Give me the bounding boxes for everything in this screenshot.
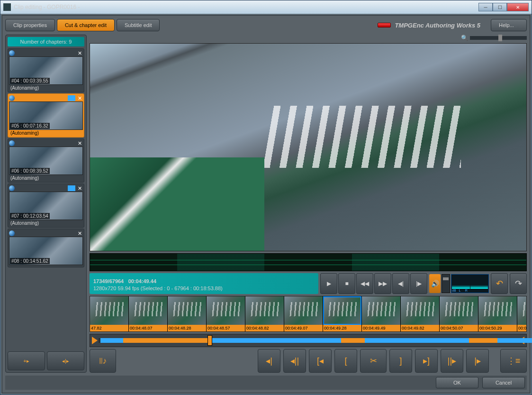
frame-thumbnail: [245, 296, 284, 325]
edit-toolbar: ⫴♪ ◂| ◂|| [◂ [ ✂ ] ▸] ||▸ |▸ ⋮≡: [90, 349, 527, 373]
play-button[interactable]: ▶: [320, 273, 337, 294]
filmstrip-frame[interactable]: 00:04:48.28: [168, 296, 207, 331]
frame-thumbnail: [440, 296, 478, 325]
zoom-control: 🔍: [90, 35, 527, 41]
set-in-button[interactable]: [◂: [309, 349, 332, 373]
next-frame-button[interactable]: ||▸: [441, 349, 463, 373]
filmstrip-frame[interactable]: 00:04:49.82: [401, 296, 440, 331]
chapter-item[interactable]: ✕#04 : 00:03:39.55(Autonaming): [8, 48, 84, 92]
dialog-buttons: OK Cancel: [5, 376, 527, 390]
mark-out-button[interactable]: ]: [389, 349, 412, 373]
volume-slider[interactable]: [442, 274, 450, 293]
chapter-close-icon[interactable]: ✕: [76, 230, 83, 237]
frame-thumbnail: [401, 296, 439, 325]
close-button[interactable]: ✕: [507, 3, 529, 11]
tab-clip-properties[interactable]: Clip properties: [5, 19, 55, 31]
chapter-item[interactable]: ✕#08 : 00:14:51.62: [8, 229, 84, 267]
ok-button[interactable]: OK: [436, 377, 478, 388]
chapter-item[interactable]: ✕#07 : 00:12:03.54(Autonaming): [8, 184, 84, 228]
frame-timecode: 47.82: [90, 325, 128, 331]
frame-thumbnail: [129, 296, 167, 325]
filmstrip-frame[interactable]: 47.82: [90, 296, 129, 331]
mark-in-button[interactable]: [: [334, 349, 357, 373]
tab-subtitle-edit[interactable]: Subtitle edit: [117, 19, 160, 31]
frame-counter: 17349/67964: [93, 278, 124, 284]
filmstrip-frame[interactable]: 00:04:48.57: [207, 296, 245, 331]
prev-frame-button[interactable]: ◂||: [283, 349, 306, 373]
chapter-label: (Autonaming): [9, 85, 83, 91]
frame-thumbnail: [284, 296, 323, 325]
frame-timecode: 00:04:48.57: [207, 325, 245, 331]
speaker-icon[interactable]: 🔊: [429, 274, 441, 293]
next-marker-button[interactable]: |▸: [466, 349, 489, 373]
maximize-button[interactable]: ☐: [493, 3, 507, 11]
filmstrip-frame[interactable]: 00:04:49.49: [362, 296, 401, 331]
video-preview[interactable]: [90, 43, 527, 251]
chapter-tag-icon: [68, 95, 75, 101]
zoom-slider[interactable]: [470, 36, 527, 40]
frame-timecode: 00:04:49.49: [362, 325, 400, 331]
chapter-thumbnail: #06 : 00:08:39.52: [9, 147, 83, 175]
cancel-button[interactable]: Cancel: [482, 377, 525, 388]
step-back-button[interactable]: ◀|: [392, 273, 409, 294]
add-chapter-button[interactable]: +▸: [8, 351, 45, 370]
tab-cut-chapter-edit[interactable]: Cut & chapter edit: [57, 19, 115, 31]
window-title: Clip editing - GOPR0016 -: [14, 4, 478, 10]
split-chapter-button[interactable]: ◂|▸: [47, 351, 84, 370]
frame-timecode: 00:04:50.57: [517, 325, 527, 331]
filmstrip-frame[interactable]: 00:04:48.07: [129, 296, 168, 331]
frame-thumbnail: [168, 296, 206, 325]
in-point-handle[interactable]: [92, 337, 98, 344]
playhead[interactable]: [207, 335, 212, 346]
minimize-button[interactable]: ─: [478, 3, 493, 11]
chapter-ball-icon: [9, 185, 15, 191]
chapter-count-header: Number of chapters: 9: [8, 37, 84, 46]
help-button[interactable]: Help...: [491, 19, 527, 31]
audio-waveform[interactable]: [90, 253, 527, 271]
set-out-button[interactable]: ▸]: [415, 349, 438, 373]
step-forward-button[interactable]: |▶: [410, 273, 427, 294]
filmstrip-frame[interactable]: 00:04:50.57: [517, 296, 527, 331]
audio-meters: dB L R: [451, 274, 489, 293]
chapter-tag-icon: [68, 185, 75, 191]
titlebar[interactable]: Clip editing - GOPR0016 - ─ ☐ ✕: [0, 0, 532, 14]
timecode-value: 00:04:49.44: [128, 278, 156, 284]
chapter-label: (Autonaming): [9, 220, 83, 226]
frame-timecode: 00:04:49.07: [284, 325, 323, 331]
timeline-scrubber[interactable]: [90, 334, 527, 347]
chapter-list[interactable]: ✕#04 : 00:03:39.55(Autonaming)✕#05 : 00:…: [8, 48, 84, 349]
filmstrip-frame[interactable]: 00:04:50.29: [478, 296, 517, 331]
filmstrip-frame[interactable]: 00:04:48.82: [245, 296, 284, 331]
chapter-close-icon[interactable]: ✕: [76, 50, 83, 56]
chapter-ball-icon: [9, 50, 15, 56]
cut-button[interactable]: ✂: [360, 349, 387, 373]
undo-button[interactable]: ↶: [491, 273, 508, 294]
zoom-icon: 🔍: [461, 35, 468, 41]
audio-sync-button[interactable]: ⫴♪: [90, 349, 116, 373]
timecode-display[interactable]: 17349/67964 00:04:49.44 1280x720 59.94 f…: [90, 273, 318, 294]
frame-thumbnail: [90, 296, 128, 325]
fast-forward-button[interactable]: ▶▶: [374, 273, 391, 294]
filmstrip-frame[interactable]: 00:04:49.28: [323, 296, 362, 331]
chapter-list-button[interactable]: ⋮≡: [500, 349, 527, 373]
frame-timecode: 00:04:48.82: [245, 325, 284, 331]
stop-button[interactable]: ■: [338, 273, 355, 294]
chapter-close-icon[interactable]: ✕: [76, 185, 83, 192]
prev-marker-button[interactable]: ◂|: [258, 349, 280, 373]
chapter-close-icon[interactable]: ✕: [76, 140, 83, 147]
chapter-thumbnail: #07 : 00:12:03.54: [9, 192, 83, 220]
filmstrip-frame[interactable]: 00:04:50.07: [440, 296, 478, 331]
rewind-button[interactable]: ◀◀: [356, 273, 373, 294]
redo-button[interactable]: ↷: [510, 273, 527, 294]
chapter-item[interactable]: ✕#06 : 00:08:39.52(Autonaming): [8, 138, 84, 183]
chapter-thumbnail: #04 : 00:03:39.55: [9, 56, 83, 85]
chapter-sidebar: Number of chapters: 9 ✕#04 : 00:03:39.55…: [5, 35, 87, 373]
filmstrip-frame[interactable]: 00:04:49.07: [284, 296, 323, 331]
frame-timecode: 00:04:48.07: [129, 325, 167, 331]
chapter-timecode: #08 : 00:14:51.62: [10, 258, 50, 264]
filmstrip[interactable]: 47.8200:04:48.0700:04:48.2800:04:48.5700…: [90, 296, 527, 332]
clip-info: 1280x720 59.94 fps (Selected : 0 - 67964…: [93, 285, 315, 291]
chapter-item[interactable]: ✕#05 : 00:07:16.32(Autonaming): [8, 93, 84, 138]
app-window: Clip editing - GOPR0016 - ─ ☐ ✕ Clip pro…: [0, 0, 532, 395]
chapter-close-icon[interactable]: ✕: [76, 95, 83, 101]
